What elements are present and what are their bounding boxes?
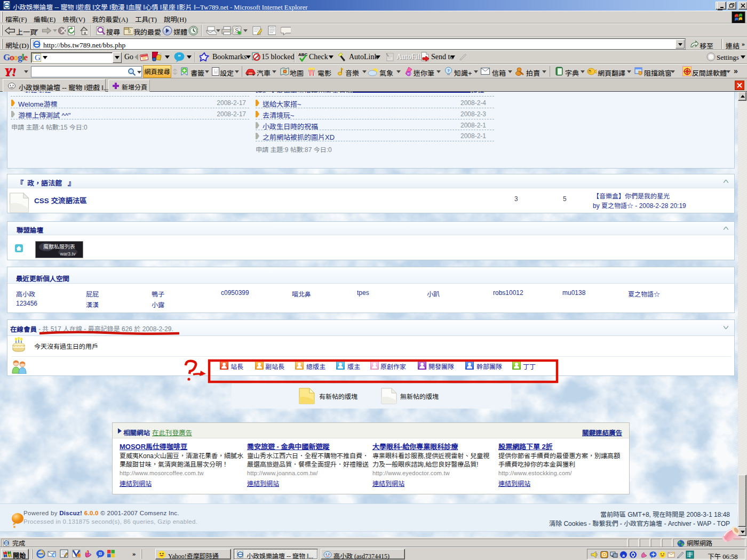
svg-text:”: ” xyxy=(178,53,181,60)
svg-text:war3.tv: war3.tv xyxy=(59,251,76,257)
svg-text:a: a xyxy=(622,553,625,558)
svg-text:?: ? xyxy=(447,68,450,73)
svg-text:Y!: Y! xyxy=(407,72,411,76)
svg-text:魔獸私服列表: 魔獸私服列表 xyxy=(43,242,75,250)
